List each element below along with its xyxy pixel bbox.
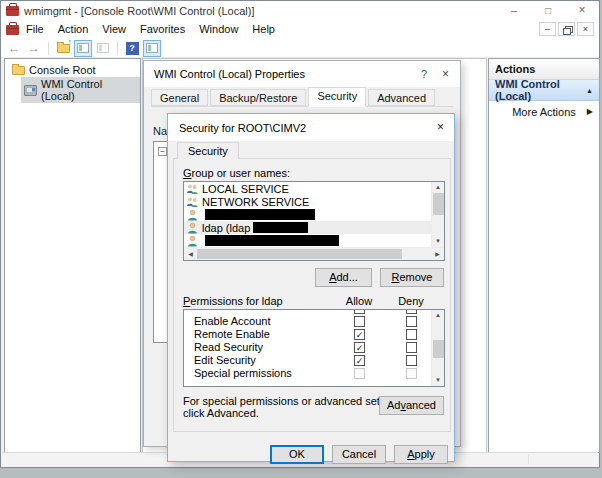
user-icon [186, 235, 199, 247]
advanced-note: For special permissions or advanced sett… [183, 395, 406, 419]
properties-tabs: General Backup/Restore Security Advanced [151, 89, 437, 107]
tree-item-wmi-control[interactable]: WMI Control (Local) [21, 77, 140, 103]
deny-checkbox[interactable] [406, 342, 417, 353]
show-action-pane-icon[interactable] [143, 40, 161, 57]
more-actions-row[interactable]: More Actions ▶ [489, 101, 599, 122]
maximize-button[interactable]: □ [531, 1, 565, 20]
remove-button[interactable]: Remove [380, 268, 444, 287]
tab-backup-restore[interactable]: Backup/Restore [210, 89, 306, 106]
scroll-down-icon[interactable]: ▼ [432, 236, 444, 247]
close-button[interactable]: × [565, 1, 599, 20]
permission-row[interactable]: Special permissions [184, 367, 444, 380]
security-tab[interactable]: Security [177, 142, 239, 159]
actions-pane: Actions WMI Control (Local) ▲ More Actio… [488, 58, 600, 453]
system-menu-icon[interactable] [6, 25, 19, 35]
add-button[interactable]: Add... [315, 268, 372, 287]
deny-checkbox[interactable] [406, 355, 417, 366]
question-mark-icon: ? [126, 42, 139, 55]
vertical-scrollbar[interactable]: ▲ ▼ [431, 310, 444, 386]
menu-file[interactable]: File [19, 20, 51, 39]
deny-checkbox[interactable] [406, 316, 417, 327]
expand-right-icon: ▶ [587, 107, 593, 116]
scroll-down-icon[interactable]: ▼ [432, 375, 444, 386]
allow-checkbox[interactable] [354, 368, 365, 379]
permission-row[interactable]: Remote Enable ✓ [184, 328, 444, 341]
user-name: NETWORK SERVICE [202, 196, 309, 208]
advanced-button[interactable]: Advanced [379, 396, 444, 415]
user-row[interactable]: NETWORK SERVICE [184, 195, 431, 208]
toolbar: ← → ↑ ? [1, 39, 599, 58]
scrollbar-thumb[interactable] [433, 193, 444, 215]
scroll-up-icon[interactable]: ▲ [432, 310, 444, 321]
tab-advanced[interactable]: Advanced [368, 89, 435, 106]
security-dialog: Security for ROOT\CIMV2 × Security Group… [167, 113, 455, 462]
allow-checkbox[interactable] [354, 309, 365, 314]
user-icon [186, 222, 199, 234]
menu-view[interactable]: View [95, 20, 133, 39]
user-row[interactable]: LOCAL SERVICE [184, 182, 431, 195]
deny-checkbox[interactable] [406, 368, 417, 379]
permissions-label: Permissions for ldap [183, 295, 283, 307]
forward-icon[interactable]: → [25, 40, 43, 57]
allow-checkbox[interactable]: ✓ [354, 342, 365, 353]
allow-checkbox[interactable]: ✓ [354, 355, 365, 366]
cancel-button[interactable]: Cancel [332, 445, 386, 464]
menu-favorites[interactable]: Favorites [133, 20, 192, 39]
mdi-minimize-button[interactable]: – [539, 22, 556, 36]
scroll-left-icon[interactable]: ◀ [184, 248, 197, 260]
vertical-scrollbar[interactable]: ▲ ▼ [431, 182, 444, 247]
user-row[interactable] [184, 234, 431, 247]
scroll-right-icon[interactable]: ▶ [431, 248, 444, 260]
menu-action[interactable]: Action [51, 20, 96, 39]
wmi-control-icon [24, 85, 37, 96]
permission-row[interactable]: Read Security ✓ [184, 341, 444, 354]
permission-row[interactable]: Edit Security ✓ [184, 354, 444, 367]
back-icon[interactable]: ← [5, 40, 23, 57]
user-row[interactable]: ldap (ldap [184, 221, 431, 234]
group-icon [186, 196, 199, 208]
horizontal-scrollbar[interactable]: ◀ ▶ [184, 247, 444, 260]
minimize-button[interactable]: – [497, 1, 531, 20]
mdi-restore-button[interactable] [558, 22, 575, 36]
actions-group-row[interactable]: WMI Control (Local) ▲ [489, 80, 599, 101]
tab-general[interactable]: General [151, 89, 208, 106]
tree-item-console-root[interactable]: Console Root [9, 63, 99, 77]
toolbar-separator [117, 42, 118, 55]
allow-checkbox[interactable]: ✓ [354, 329, 365, 340]
export-list-icon[interactable] [94, 40, 112, 57]
properties-dialog-title: WMI Control (Local) Properties [154, 68, 305, 80]
user-icon [186, 209, 199, 221]
user-name: LOCAL SERVICE [202, 183, 289, 195]
security-close-icon[interactable]: × [437, 120, 444, 134]
dialog-help-icon[interactable]: ? [421, 68, 427, 80]
redacted-bar [205, 235, 339, 246]
up-one-level-icon[interactable]: ↑ [54, 40, 72, 57]
show-console-tree-icon[interactable] [74, 40, 92, 57]
permission-row[interactable]: Enable Account [184, 315, 444, 328]
actions-group-label: WMI Control (Local) [495, 78, 586, 102]
window-icon [146, 43, 158, 53]
window-title: wmimgmt - [Console Root\WMI Control (Loc… [24, 5, 254, 17]
mdi-close-button[interactable]: × [577, 22, 594, 36]
group-icon [186, 183, 199, 195]
user-row[interactable] [184, 208, 431, 221]
permission-name: Edit Security [194, 354, 256, 367]
dialog-close-icon[interactable]: × [442, 67, 449, 81]
collapse-icon[interactable]: ▲ [586, 87, 593, 94]
permission-name: Special permissions [194, 367, 292, 380]
deny-checkbox[interactable] [406, 309, 417, 314]
tab-security[interactable]: Security [308, 87, 366, 107]
more-actions-label: More Actions [512, 106, 576, 118]
scrollbar-thumb[interactable] [197, 249, 402, 259]
deny-checkbox[interactable] [406, 329, 417, 340]
permissions-list: Enable Account Remote Enable ✓ Read Secu… [183, 309, 445, 387]
menu-help[interactable]: Help [245, 20, 282, 39]
ok-button[interactable]: OK [270, 445, 324, 464]
help-icon[interactable]: ? [123, 40, 141, 57]
tree-expander-icon[interactable]: − [158, 147, 167, 156]
menu-window[interactable]: Window [192, 20, 245, 39]
apply-button[interactable]: Apply [394, 445, 448, 464]
scrollbar-thumb[interactable] [433, 340, 444, 358]
scroll-up-icon[interactable]: ▲ [432, 182, 444, 193]
allow-checkbox[interactable] [354, 316, 365, 327]
